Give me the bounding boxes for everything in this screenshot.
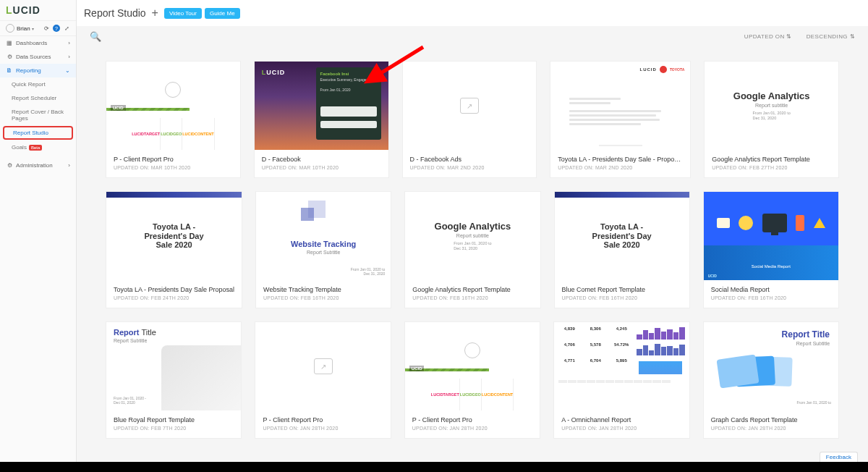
document-icon: 🗎 [6, 67, 13, 74]
card-subtitle: UPDATED ON: JAN 28TH 2020 [412, 426, 532, 431]
report-card[interactable]: 4,8398,3064,245 4,7065,57854.72% 4,7716,… [553, 321, 689, 439]
card-title: Blue Comet Report Template [562, 286, 682, 293]
card-subtitle: UPDATED ON: FEB 16TH 2020 [263, 295, 383, 300]
thumbnail: Website TrackingReport Subtitle From Jan… [256, 192, 391, 280]
card-title: D - Facebook Ads [410, 156, 529, 163]
nav-dashboards[interactable]: ▦Dashboards› [0, 36, 76, 50]
nav-administration[interactable]: ⚙Administration› [0, 159, 76, 172]
card-title: Blue Royal Report Template [114, 416, 234, 423]
report-card[interactable]: D - Facebook AdsUPDATED ON: MAR 2ND 2020 [402, 61, 537, 178]
thumbnail: Toyota LA -President's DaySale 2020 [106, 192, 242, 280]
nav-report-studio[interactable]: Report Studio [3, 126, 73, 140]
search-icon[interactable]: 🔍 [90, 31, 101, 42]
dashboard-icon: ▦ [6, 40, 13, 46]
chevron-down-icon: ▾ [32, 26, 34, 31]
sort-icon: ⇅ [786, 33, 791, 40]
video-tour-button[interactable]: Video Tour [164, 8, 202, 19]
expand-icon[interactable]: ⤢ [63, 25, 70, 32]
card-title: A - Omnichannel Report [561, 416, 681, 423]
brand-logo: LLUCIDUCID [0, 0, 76, 20]
card-title: Google Analytics Report Template [412, 286, 532, 293]
nav-quick-report[interactable]: Quick Report [0, 77, 76, 91]
report-card[interactable]: Report TitleReport Subtitle From Jan 01,… [106, 321, 242, 439]
thumbnail: Report TitleReport Subtitle From Jan 01,… [106, 322, 241, 410]
user-row[interactable]: Brian ▾ ⟳ ? ⤢ [0, 20, 76, 36]
beta-badge: Beta [29, 145, 42, 151]
user-name: Brian [17, 25, 30, 32]
thumbnail: UCID LUCIDTARGETLUCIDGEOLUCIDCONTENT [106, 62, 240, 150]
report-card[interactable]: Google AnalyticsReport subtitle From Jan… [404, 191, 540, 308]
page-header: Report Studio + Video Tour Guide Me [77, 0, 868, 26]
thumbnail: LUCIDTOYOTA [550, 62, 690, 150]
nav-goals[interactable]: GoalsBeta [0, 140, 76, 154]
card-subtitle: UPDATED ON: JAN 28TH 2020 [561, 426, 681, 431]
sort-icon: ⇅ [850, 33, 855, 40]
nav-reporting[interactable]: 🗎Reporting⌄ [0, 64, 76, 77]
avatar-icon [6, 24, 14, 33]
thumbnail: Report TitleReport Subtitle From Jan 01,… [704, 322, 838, 410]
page-title: Report Studio [84, 7, 146, 19]
placeholder-icon [460, 98, 479, 114]
nav-report-scheduler[interactable]: Report Scheduler [0, 91, 76, 105]
report-grid: UCID LUCIDTARGETLUCIDGEOLUCIDCONTENT P -… [77, 46, 868, 462]
sidebar: LLUCIDUCID Brian ▾ ⟳ ? ⤢ ▦Dashboards› ⚙D… [0, 0, 77, 472]
card-subtitle: UPDATED ON: MAR 2ND 2020 [558, 165, 683, 170]
card-subtitle: UPDATED ON: FEB 7TH 2020 [114, 426, 234, 431]
refresh-icon[interactable]: ⟳ [43, 25, 50, 32]
card-title: Social Media Report [711, 286, 831, 293]
report-card[interactable]: UCID LUCIDTARGETLUCIDGEOLUCIDCONTENT P -… [404, 321, 540, 439]
report-card[interactable]: Social Media Report UCID Social Media Re… [703, 191, 839, 308]
thumbnail: Social Media Report UCID [704, 192, 838, 280]
toolbar: 🔍 UPDATED ON ⇅ DESCENDING ⇅ [77, 26, 868, 46]
report-card[interactable]: LUCIDTOYOTA Toyota LA - Presidents Day S… [550, 61, 691, 178]
feedback-button[interactable]: Feedback [820, 452, 858, 462]
card-subtitle: UPDATED ON: FEB 27TH 2020 [712, 165, 831, 170]
bottom-bar [0, 462, 868, 472]
report-card[interactable]: LUCID Facebook InsiExecutive Summary, En… [254, 61, 389, 178]
report-card[interactable]: P - Client Report ProUPDATED ON: JAN 28T… [255, 321, 391, 439]
thumbnail: Google AnalyticsReport subtitle From Jan… [705, 62, 838, 150]
card-subtitle: UPDATED ON: FEB 16TH 2020 [562, 295, 682, 300]
chevron-down-icon: ⌄ [65, 67, 70, 74]
sort-updated[interactable]: UPDATED ON ⇅ [744, 33, 792, 40]
card-subtitle: UPDATED ON: MAR 10TH 2020 [114, 165, 233, 170]
card-subtitle: UPDATED ON: FEB 16TH 2020 [412, 295, 532, 300]
card-title: Toyota LA - Presidents Day Sale Proposal [114, 286, 234, 293]
thumbnail: 4,8398,3064,245 4,7065,57854.72% 4,7716,… [554, 322, 689, 410]
card-subtitle: UPDATED ON: FEB 16TH 2020 [711, 295, 831, 300]
thumbnail: LUCID Facebook InsiExecutive Summary, En… [255, 62, 388, 150]
add-button[interactable]: + [152, 7, 158, 20]
card-title: D - Facebook [262, 156, 381, 163]
thumbnail: Google AnalyticsReport subtitle From Jan… [405, 192, 540, 280]
card-title: P - Client Report Pro [412, 416, 532, 423]
card-title: Website Tracking Template [263, 286, 383, 293]
report-card[interactable]: Website TrackingReport Subtitle From Jan… [255, 191, 391, 308]
toyota-logo-icon [660, 66, 667, 73]
card-title: P - Client Report Pro [263, 416, 383, 423]
report-card[interactable]: UCID LUCIDTARGETLUCIDGEOLUCIDCONTENT P -… [106, 61, 241, 178]
thumbnail: Toyota LA -President's DaySale 2020 [555, 192, 689, 280]
report-card[interactable]: Report TitleReport Subtitle From Jan 01,… [703, 321, 839, 439]
guide-me-button[interactable]: Guide Me [205, 8, 240, 19]
card-title: Google Analytics Report Template [712, 156, 831, 163]
report-card[interactable]: Toyota LA -President's DaySale 2020 Toyo… [106, 191, 242, 308]
card-subtitle: UPDATED ON: JAN 28TH 2020 [711, 426, 831, 431]
nav-data-sources[interactable]: ⚙Data Sources› [0, 50, 76, 64]
thumbnail [403, 62, 537, 150]
help-icon[interactable]: ? [53, 25, 60, 32]
card-subtitle: UPDATED ON: MAR 10TH 2020 [262, 165, 381, 170]
nav-report-cover[interactable]: Report Cover / Back Pages [0, 105, 76, 125]
chevron-right-icon: › [68, 40, 70, 46]
report-card[interactable]: Toyota LA -President's DaySale 2020 Blue… [554, 191, 690, 308]
card-subtitle: UPDATED ON: MAR 2ND 2020 [410, 165, 529, 170]
card-title: P - Client Report Pro [114, 156, 233, 163]
card-title: Toyota LA - Presidents Day Sale - Propos… [558, 156, 683, 163]
chevron-right-icon: › [68, 54, 70, 60]
card-title: Graph Cards Report Template [711, 416, 831, 423]
chevron-right-icon: › [68, 162, 70, 169]
gear-icon: ⚙ [6, 162, 13, 169]
sort-order[interactable]: DESCENDING ⇅ [807, 33, 855, 40]
report-card[interactable]: Google AnalyticsReport subtitle From Jan… [704, 61, 839, 178]
card-subtitle: UPDATED ON: JAN 28TH 2020 [263, 426, 383, 431]
card-subtitle: UPDATED ON: FEB 24TH 2020 [114, 295, 234, 300]
